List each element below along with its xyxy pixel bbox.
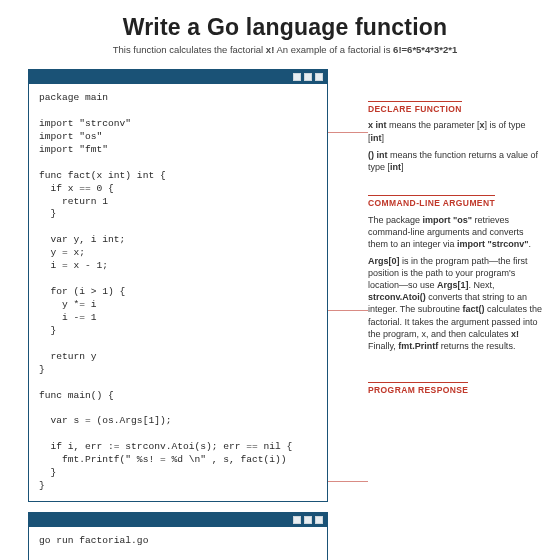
annotation-cmd: COMMAND-LINE ARGUMENT The package import…: [368, 195, 542, 352]
page-title: Write a Go language function: [28, 14, 542, 41]
annotation-declare: DECLARE FUNCTION x int means the paramet…: [368, 101, 542, 173]
code-column: package main import "strconv" import "os…: [28, 69, 328, 560]
max-icon: [304, 516, 312, 524]
close-icon: [315, 73, 323, 81]
annotation-head: DECLARE FUNCTION: [368, 101, 462, 115]
code-window-run: go run factorial.go 6! = 720: [28, 512, 328, 560]
code-window-main: package main import "strconv" import "os…: [28, 69, 328, 502]
titlebar: [29, 513, 327, 527]
min-icon: [293, 516, 301, 524]
close-icon: [315, 516, 323, 524]
page-subtitle: This function calculates the factorial x…: [28, 44, 542, 55]
annotation-column: DECLARE FUNCTION x int means the paramet…: [328, 69, 542, 560]
min-icon: [293, 73, 301, 81]
titlebar: [29, 70, 327, 84]
annotation-response: PROGRAM RESPONSE: [368, 382, 542, 400]
annotation-head: PROGRAM RESPONSE: [368, 382, 468, 396]
code-run: go run factorial.go 6! = 720: [29, 527, 327, 560]
max-icon: [304, 73, 312, 81]
code-main: package main import "strconv" import "os…: [29, 84, 327, 501]
annotation-head: COMMAND-LINE ARGUMENT: [368, 195, 495, 209]
